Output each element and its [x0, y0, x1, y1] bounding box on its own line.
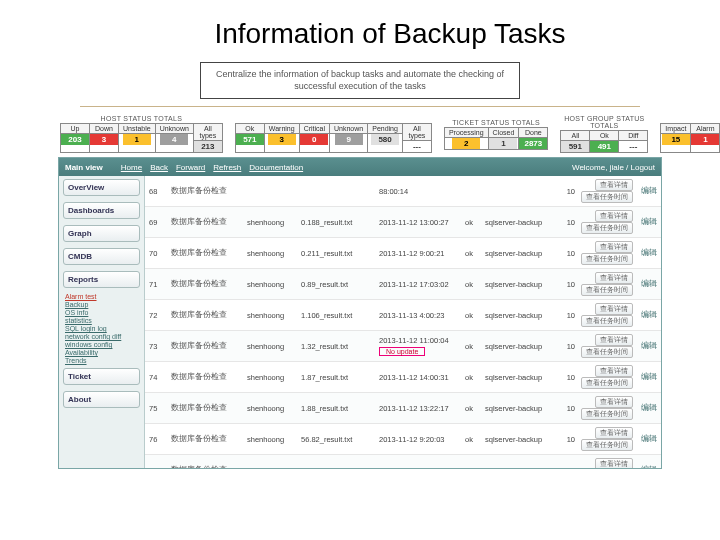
status-cell[interactable]: Closed1: [488, 127, 520, 150]
status-cell[interactable]: All types213: [193, 123, 223, 153]
status-cell[interactable]: Processing2: [444, 127, 489, 150]
status-cell[interactable]: Unstable1: [118, 123, 156, 153]
status-value: 3: [90, 134, 118, 145]
table-row[interactable]: 68数据库备份检查88:00:1410查看详情查看任务时间编辑: [145, 176, 661, 207]
main-view-label[interactable]: Main view: [65, 163, 103, 172]
slide-title: Information of Backup Tasks: [0, 0, 720, 56]
status-head: Unknown: [156, 124, 193, 134]
table-row[interactable]: 73数据库备份检查shenhoong1.32_result.txt2013-11…: [145, 331, 661, 362]
status-cell[interactable]: Diff---: [618, 130, 648, 153]
sidebar-ticket[interactable]: Ticket: [63, 368, 140, 385]
row-status: ok: [465, 280, 485, 289]
view-detail-button[interactable]: 查看详情: [595, 365, 633, 377]
table-row[interactable]: 77数据库备份检查shenhoong68.04_result.txt2013-1…: [145, 455, 661, 468]
report-link[interactable]: Alarm test: [65, 293, 138, 300]
view-detail-button[interactable]: 查看详情: [595, 396, 633, 408]
view-detail-button[interactable]: 查看详情: [595, 334, 633, 346]
view-detail-button[interactable]: 查看详情: [595, 303, 633, 315]
edit-link[interactable]: 编辑: [633, 372, 657, 382]
status-cell[interactable]: Unknown9: [329, 123, 368, 153]
sidebar-graph[interactable]: Graph: [63, 225, 140, 242]
report-link[interactable]: Backup: [65, 301, 138, 308]
view-detail-button[interactable]: 查看详情: [595, 241, 633, 253]
table-row[interactable]: 75数据库备份检查shenhoong1.88_result.txt2013-11…: [145, 393, 661, 424]
status-cell[interactable]: All types---: [402, 123, 432, 153]
nav-documentation[interactable]: Documentation: [249, 163, 303, 172]
report-link[interactable]: network config diff: [65, 333, 138, 340]
row-actions: 查看详情查看任务时间: [575, 334, 633, 358]
edit-link[interactable]: 编辑: [633, 248, 657, 258]
callout-brace: [80, 103, 640, 111]
nav-refresh[interactable]: Refresh: [213, 163, 241, 172]
nav-back[interactable]: Back: [150, 163, 168, 172]
row-user: shenhoong: [247, 404, 301, 413]
status-head: Down: [90, 124, 118, 134]
status-cell[interactable]: All591: [560, 130, 590, 153]
edit-link[interactable]: 编辑: [633, 403, 657, 413]
status-cell[interactable]: Warning3: [264, 123, 300, 153]
status-cell[interactable]: Pending580: [367, 123, 403, 153]
sidebar-overview[interactable]: OverView: [63, 179, 140, 196]
row-user: shenhoong: [247, 311, 301, 320]
status-cell[interactable]: Unknown4: [155, 123, 194, 153]
row-name: 数据库备份检查: [171, 310, 247, 320]
report-link[interactable]: Trends: [65, 357, 138, 364]
edit-link[interactable]: 编辑: [633, 310, 657, 320]
edit-link[interactable]: 编辑: [633, 217, 657, 227]
table-row[interactable]: 70数据库备份检查shenhoong0.211_result.txt2013-1…: [145, 238, 661, 269]
table-row[interactable]: 71数据库备份检查shenhoong0.89_result.txt2013-11…: [145, 269, 661, 300]
status-cell[interactable]: Ok491: [589, 130, 619, 153]
sidebar-reports[interactable]: Reports: [63, 271, 140, 288]
view-detail-button[interactable]: 查看详情: [595, 272, 633, 284]
row-id: 76: [149, 435, 171, 444]
status-cell[interactable]: Down3: [89, 123, 119, 153]
nav-forward[interactable]: Forward: [176, 163, 205, 172]
view-detail-button[interactable]: 查看详情: [595, 210, 633, 222]
table-row[interactable]: 69数据库备份检查shenhoong0.188_result.txt2013-1…: [145, 207, 661, 238]
view-time-button[interactable]: 查看任务时间: [581, 315, 633, 327]
view-time-button[interactable]: 查看任务时间: [581, 191, 633, 203]
row-file: 0.211_result.txt: [301, 249, 379, 258]
table-row[interactable]: 72数据库备份检查shenhoong1.106_result.txt2013-1…: [145, 300, 661, 331]
view-time-button[interactable]: 查看任务时间: [581, 346, 633, 358]
report-link[interactable]: SQL login log: [65, 325, 138, 332]
view-time-button[interactable]: 查看任务时间: [581, 377, 633, 389]
view-time-button[interactable]: 查看任务时间: [581, 253, 633, 265]
table-row[interactable]: 74数据库备份检查shenhoong1.87_result.txt2013-11…: [145, 362, 661, 393]
edit-link[interactable]: 编辑: [633, 186, 657, 196]
status-cell[interactable]: Up203: [60, 123, 90, 153]
row-time: 2013-11-12 14:00:31: [379, 373, 465, 382]
sidebar-dashboards[interactable]: Dashboards: [63, 202, 140, 219]
view-time-button[interactable]: 查看任务时间: [581, 439, 633, 451]
status-group: TICKET STATUS TOTALSProcessing2Closed1Do…: [444, 119, 548, 150]
status-cell[interactable]: Ok571: [235, 123, 265, 153]
row-num: 10: [555, 373, 575, 382]
status-value: 4: [160, 134, 188, 145]
report-link[interactable]: statistics: [65, 317, 138, 324]
welcome-text[interactable]: Welcome, jiale / Logout: [572, 163, 655, 172]
edit-link[interactable]: 编辑: [633, 341, 657, 351]
view-time-button[interactable]: 查看任务时间: [581, 408, 633, 420]
status-head: Up: [61, 124, 89, 134]
report-link[interactable]: windows config: [65, 341, 138, 348]
view-detail-button[interactable]: 查看详情: [595, 458, 633, 468]
status-cell[interactable]: Critical0: [299, 123, 330, 153]
status-value: 3: [268, 134, 296, 145]
edit-link[interactable]: 编辑: [633, 434, 657, 444]
row-actions: 查看详情查看任务时间: [575, 458, 633, 468]
view-detail-button[interactable]: 查看详情: [595, 427, 633, 439]
report-link[interactable]: Availability: [65, 349, 138, 356]
report-link[interactable]: OS info: [65, 309, 138, 316]
status-cell[interactable]: Alarm1: [690, 123, 720, 153]
edit-link[interactable]: 编辑: [633, 465, 657, 468]
table-row[interactable]: 76数据库备份检查shenhoong56.82_result.txt2013-1…: [145, 424, 661, 455]
view-time-button[interactable]: 查看任务时间: [581, 284, 633, 296]
status-cell[interactable]: Done2873: [518, 127, 548, 150]
view-detail-button[interactable]: 查看详情: [595, 179, 633, 191]
edit-link[interactable]: 编辑: [633, 279, 657, 289]
sidebar-cmdb[interactable]: CMDB: [63, 248, 140, 265]
sidebar-about[interactable]: About: [63, 391, 140, 408]
status-cell[interactable]: Impact15: [660, 123, 691, 153]
nav-home[interactable]: Home: [121, 163, 142, 172]
view-time-button[interactable]: 查看任务时间: [581, 222, 633, 234]
